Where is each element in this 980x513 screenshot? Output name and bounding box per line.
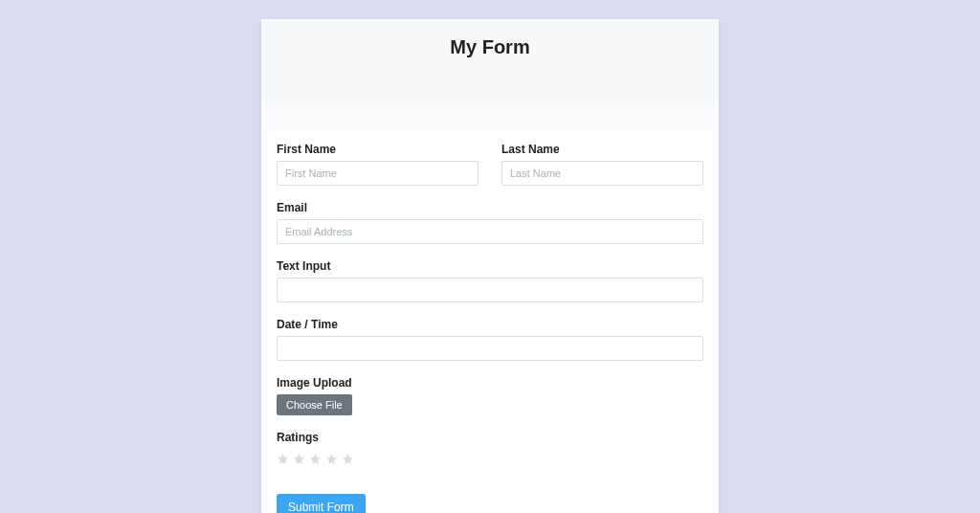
date-time-field: Date / Time: [277, 318, 703, 361]
form-title: My Form: [261, 36, 719, 58]
first-name-input[interactable]: [277, 161, 479, 186]
image-upload-label: Image Upload: [277, 376, 703, 390]
ratings-stars: [277, 453, 703, 465]
star-icon[interactable]: [309, 453, 322, 465]
form-card: My Form First Name Last Name Email Text …: [261, 19, 719, 513]
image-upload-field: Image Upload Choose File: [277, 376, 703, 415]
star-icon[interactable]: [277, 453, 289, 465]
star-icon[interactable]: [325, 453, 338, 465]
star-icon[interactable]: [342, 453, 354, 465]
ratings-label: Ratings: [277, 431, 703, 444]
first-name-label: First Name: [277, 143, 479, 156]
name-row: First Name Last Name: [277, 143, 703, 186]
email-label: Email: [277, 201, 703, 214]
last-name-input[interactable]: [501, 161, 703, 186]
last-name-label: Last Name: [501, 143, 703, 156]
date-time-input[interactable]: [277, 336, 703, 361]
form-body: First Name Last Name Email Text Input Da…: [267, 129, 713, 513]
last-name-field: Last Name: [501, 143, 703, 186]
text-input-input[interactable]: [277, 278, 703, 302]
choose-file-button[interactable]: Choose File: [277, 394, 352, 415]
email-input[interactable]: [277, 219, 703, 244]
text-input-label: Text Input: [277, 259, 703, 273]
form-outer-body: First Name Last Name Email Text Input Da…: [261, 106, 719, 513]
ratings-field: Ratings: [277, 431, 703, 465]
text-input-field: Text Input: [277, 259, 703, 302]
date-time-label: Date / Time: [277, 318, 703, 331]
email-field: Email: [277, 201, 703, 244]
submit-button[interactable]: Submit Form: [277, 494, 366, 513]
star-icon[interactable]: [293, 453, 305, 465]
first-name-field: First Name: [277, 143, 479, 186]
form-header: My Form: [261, 19, 719, 106]
